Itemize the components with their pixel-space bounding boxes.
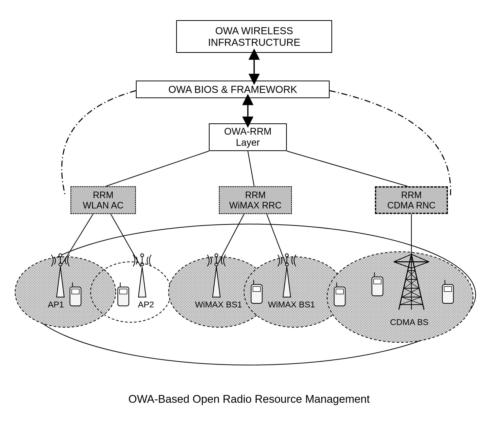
svg-point-7 <box>244 257 345 327</box>
svg-line-40 <box>402 297 423 305</box>
svg-point-22 <box>141 263 144 266</box>
owa-bios-framework-box: OWA BIOS & FRAMEWORK <box>136 81 330 98</box>
phone-icon <box>70 282 81 306</box>
svg-point-28 <box>285 263 288 266</box>
svg-line-17 <box>267 214 287 267</box>
svg-point-21 <box>59 254 62 257</box>
phone-icon <box>372 272 383 296</box>
ap2-label: AP2 <box>138 300 154 309</box>
svg-line-50 <box>394 262 411 268</box>
rrm-layer-line1: OWA-RRM <box>224 126 272 137</box>
backdrop-svg <box>0 0 504 431</box>
wimax-bs1b-label: WiMAX BS1 <box>268 300 315 309</box>
svg-rect-68 <box>444 286 452 292</box>
svg-rect-56 <box>120 289 127 294</box>
svg-line-16 <box>216 214 244 267</box>
ap-icon <box>51 254 69 297</box>
svg-point-8 <box>327 252 473 342</box>
svg-point-0 <box>23 224 476 365</box>
rrm-wimax-rrc-box: RRM WiMAX RRC <box>219 186 292 214</box>
svg-line-12 <box>248 151 254 186</box>
owa-wireless-infra-box: OWA WIRELESS INFRASTRUCTURE <box>176 20 332 53</box>
svg-point-30 <box>285 254 288 257</box>
svg-rect-58 <box>251 284 262 303</box>
svg-rect-65 <box>374 279 381 284</box>
rrm-cdma-line2: CDMA RNC <box>387 200 436 210</box>
svg-rect-67 <box>442 284 453 303</box>
svg-rect-61 <box>334 287 345 306</box>
svg-rect-62 <box>336 289 343 294</box>
svg-line-45 <box>406 271 415 279</box>
ap-icon <box>278 254 296 297</box>
svg-line-46 <box>408 271 417 279</box>
svg-line-48 <box>394 254 411 262</box>
svg-line-15 <box>111 214 141 267</box>
svg-rect-52 <box>70 287 81 306</box>
phone-icon <box>334 282 345 306</box>
phone-icon <box>251 280 262 303</box>
bios-box-text: OWA BIOS & FRAMEWORK <box>168 84 297 95</box>
svg-line-11 <box>106 151 209 186</box>
svg-line-44 <box>406 279 419 288</box>
svg-point-5 <box>91 262 171 322</box>
connectors-svg <box>0 0 504 431</box>
svg-line-43 <box>404 279 417 288</box>
tower-icon <box>394 254 429 310</box>
rrm-wlan-line1: RRM <box>93 190 113 200</box>
cdma-bs-label: CDMA BS <box>390 317 429 327</box>
svg-rect-55 <box>118 287 129 306</box>
svg-line-42 <box>404 288 421 297</box>
rrm-wimax-line2: WiMAX RRC <box>229 200 282 210</box>
wimax-bs1a-label: WiMAX BS1 <box>195 300 242 309</box>
top-box-line1: OWA WIRELESS <box>215 25 293 37</box>
svg-line-39 <box>400 297 421 305</box>
svg-point-6 <box>169 257 269 327</box>
svg-rect-64 <box>372 277 383 296</box>
owa-rrm-layer-box: OWA-RRM Layer <box>209 123 287 151</box>
figure-caption: OWA-Based Open Radio Resource Management <box>128 393 370 405</box>
rrm-wimax-line1: RRM <box>245 190 266 200</box>
rrm-wlan-ac-box: RRM WLAN AC <box>70 186 136 214</box>
phone-icon <box>442 280 453 303</box>
phone-icon <box>118 282 129 306</box>
svg-line-49 <box>411 254 429 262</box>
svg-line-13 <box>287 151 408 186</box>
svg-point-27 <box>215 254 218 257</box>
ap-icon <box>207 254 225 297</box>
ap-icon <box>133 254 151 297</box>
svg-rect-53 <box>72 289 79 294</box>
rrm-layer-line2: Layer <box>236 137 260 148</box>
svg-rect-59 <box>253 286 260 292</box>
svg-point-24 <box>141 254 144 257</box>
svg-point-25 <box>215 263 218 266</box>
svg-line-51 <box>411 262 429 268</box>
ap1-label: AP1 <box>48 300 64 309</box>
svg-line-41 <box>402 288 419 297</box>
rrm-cdma-rnc-box: RRM CDMA RNC <box>375 186 448 214</box>
svg-line-32 <box>411 254 424 310</box>
svg-point-19 <box>59 263 62 266</box>
top-box-line2: INFRASTRUCTURE <box>208 37 300 48</box>
svg-line-14 <box>60 214 93 267</box>
svg-line-31 <box>399 254 411 310</box>
svg-point-4 <box>15 257 116 327</box>
rrm-cdma-line1: RRM <box>401 190 422 200</box>
rrm-wlan-line2: WLAN AC <box>83 200 124 210</box>
